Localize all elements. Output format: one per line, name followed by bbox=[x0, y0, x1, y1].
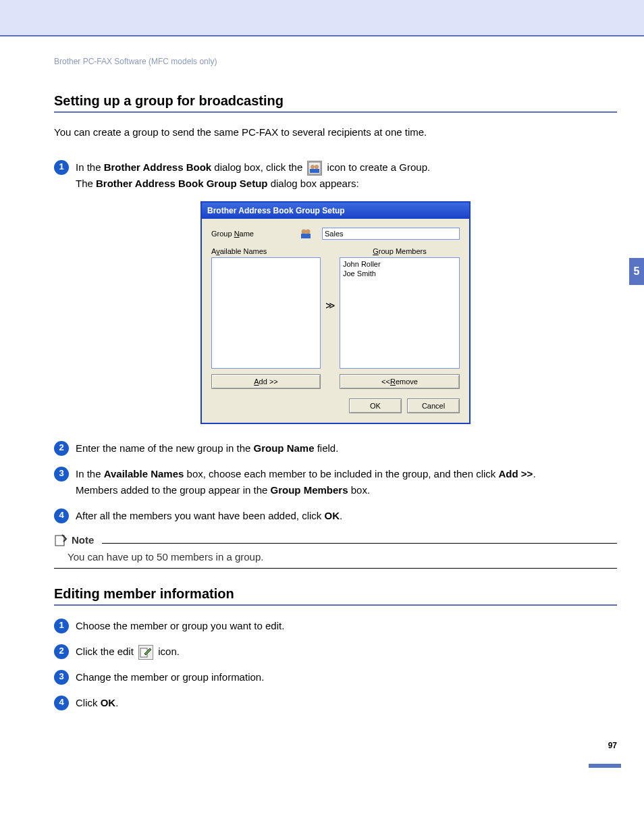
text: Members added to the group appear in the bbox=[76, 484, 271, 496]
transfer-arrow-icon: ≫ bbox=[321, 247, 340, 311]
text: Enter the name of the new group in the bbox=[76, 442, 254, 454]
text: Click bbox=[76, 697, 101, 708]
step-2: 2 Enter the name of the new group in the… bbox=[54, 440, 617, 457]
text: field. bbox=[315, 442, 339, 454]
text: dialog box appears: bbox=[267, 178, 358, 189]
text-bold: OK bbox=[325, 510, 340, 521]
label-available-names: Available Names bbox=[211, 247, 321, 255]
step-bullet: 2 bbox=[54, 644, 69, 659]
edit-step-1: 1 Choose the member or group you want to… bbox=[54, 618, 617, 634]
text: icon. bbox=[155, 646, 180, 657]
dialog-titlebar: Brother Address Book Group Setup bbox=[202, 203, 469, 219]
text-bold: OK bbox=[101, 697, 116, 708]
cancel-button[interactable]: Cancel bbox=[407, 398, 460, 413]
step-bullet: 1 bbox=[54, 619, 69, 633]
svg-rect-7 bbox=[55, 536, 64, 546]
remove-button[interactable]: << Remove bbox=[340, 374, 460, 389]
ok-button[interactable]: OK bbox=[349, 398, 402, 413]
edit-step-4: 4 Click OK. bbox=[54, 695, 617, 711]
group-icon bbox=[307, 161, 322, 176]
svg-point-5 bbox=[306, 229, 311, 234]
note-rule-bottom bbox=[54, 568, 617, 569]
section-title-broadcasting: Setting up a group for broadcasting bbox=[54, 93, 617, 113]
list-item[interactable]: John Roller bbox=[343, 259, 456, 269]
note-block: Note You can have up to 50 members in a … bbox=[54, 533, 617, 563]
list-item[interactable]: Joe Smith bbox=[343, 269, 456, 278]
note-title: Note bbox=[72, 534, 94, 546]
text: The bbox=[76, 178, 96, 189]
dialog-group-setup: Brother Address Book Group Setup Group N… bbox=[200, 201, 471, 424]
header-band bbox=[0, 0, 644, 35]
step-1: 1 In the Brother Address Book dialog box… bbox=[54, 159, 617, 192]
text: After all the members you want have been… bbox=[76, 510, 325, 521]
step-3: 3 In the Available Names box, choose eac… bbox=[54, 466, 617, 498]
text: In the bbox=[76, 468, 104, 479]
text: icon to create a Group. bbox=[324, 161, 430, 173]
text: In the bbox=[76, 161, 104, 173]
step-bullet: 2 bbox=[54, 441, 69, 456]
page-accent-bar bbox=[589, 764, 621, 768]
svg-rect-3 bbox=[310, 169, 319, 173]
add-button[interactable]: Add >> bbox=[211, 374, 321, 389]
note-body: You can have up to 50 members in a group… bbox=[68, 551, 617, 563]
text: . bbox=[533, 468, 535, 479]
note-rule bbox=[102, 537, 617, 544]
svg-point-4 bbox=[302, 229, 306, 234]
input-group-name[interactable] bbox=[322, 228, 460, 240]
svg-rect-6 bbox=[301, 234, 311, 238]
section-intro: You can create a group to send the same … bbox=[54, 125, 617, 140]
edit-step-2: 2 Click the edit icon. bbox=[54, 644, 617, 660]
text: Choose the member or group you want to e… bbox=[76, 618, 617, 634]
label-group-name: Group Name bbox=[211, 230, 299, 238]
breadcrumb: Brother PC-FAX Software (MFC models only… bbox=[54, 57, 617, 66]
text: . bbox=[340, 510, 342, 521]
step-bullet: 4 bbox=[54, 509, 69, 523]
svg-point-1 bbox=[311, 165, 315, 169]
step-bullet: 1 bbox=[54, 160, 69, 175]
text-bold: Brother Address Book bbox=[104, 161, 211, 173]
step-bullet: 3 bbox=[54, 670, 69, 685]
group-icon bbox=[299, 227, 313, 240]
note-icon bbox=[54, 533, 68, 547]
text-bold: Brother Address Book Group Setup bbox=[96, 178, 267, 189]
step-bullet: 4 bbox=[54, 696, 69, 710]
edit-icon bbox=[138, 645, 153, 660]
text: Change the member or group information. bbox=[76, 669, 617, 685]
text: box, choose each member to be included i… bbox=[184, 468, 498, 479]
text-bold: Available Names bbox=[104, 468, 184, 479]
text: box. bbox=[348, 484, 371, 496]
edit-step-3: 3 Change the member or group information… bbox=[54, 669, 617, 685]
text: Click the edit bbox=[76, 646, 136, 657]
text: dialog box, click the bbox=[211, 161, 305, 173]
page-number: 97 bbox=[608, 741, 617, 750]
text-bold: Group Name bbox=[254, 442, 315, 454]
text-bold: Add >> bbox=[499, 468, 533, 479]
svg-point-2 bbox=[315, 165, 319, 169]
text-bold: Group Members bbox=[271, 484, 348, 496]
listbox-members[interactable]: John Roller Joe Smith bbox=[340, 257, 460, 369]
section-title-editing: Editing member information bbox=[54, 586, 617, 606]
listbox-available[interactable] bbox=[211, 257, 321, 369]
label-group-members: Group Members bbox=[340, 247, 460, 255]
text: . bbox=[115, 697, 118, 708]
step-bullet: 3 bbox=[54, 467, 69, 481]
step-4: 4 After all the members you want have be… bbox=[54, 508, 617, 524]
